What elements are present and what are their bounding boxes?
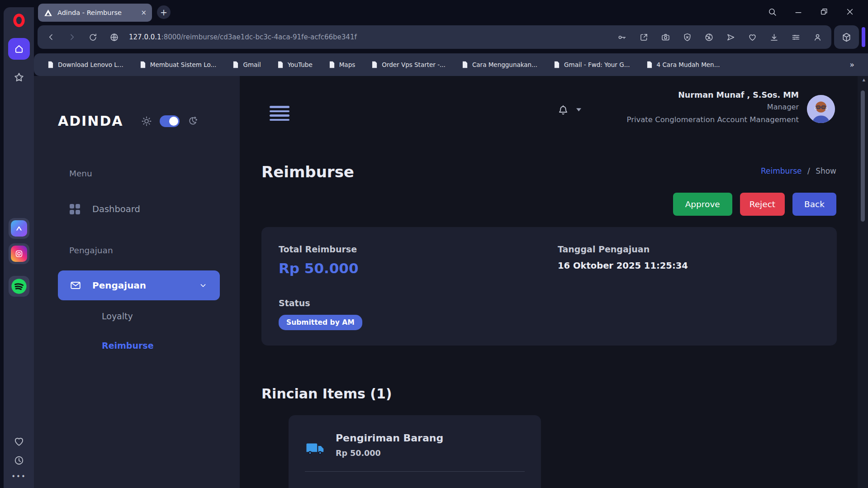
home-icon[interactable] bbox=[8, 38, 30, 60]
page-icon bbox=[554, 61, 560, 68]
summary-right-column: Tanggal Pengajuan 16 Oktober 2025 11:25:… bbox=[558, 244, 688, 271]
reject-button[interactable]: Reject bbox=[740, 193, 785, 216]
bookmark-item[interactable]: YouTube bbox=[277, 61, 313, 68]
bookmark-item[interactable]: Order Vps Starter -... bbox=[371, 61, 446, 68]
breadcrumb-separator: / bbox=[807, 166, 810, 175]
browser-side-rail: ••• bbox=[0, 0, 34, 488]
bookmark-label: Maps bbox=[339, 61, 356, 68]
bookmark-item[interactable]: Gmail bbox=[232, 61, 261, 68]
rail-heart-icon[interactable] bbox=[13, 436, 25, 447]
new-tab-button[interactable]: + bbox=[157, 5, 171, 19]
bookmark-label: Gmail - Fwd: Your G... bbox=[564, 61, 630, 68]
bookmark-item[interactable]: 4 Cara Mudah Men... bbox=[646, 61, 720, 68]
page-icon bbox=[232, 61, 239, 68]
item-divider bbox=[305, 471, 525, 472]
bell-icon bbox=[556, 103, 570, 117]
user-info[interactable]: Nurman Munaf , S.Sos. MM Manager Private… bbox=[626, 90, 799, 124]
app-sidebar: ADINDA Menu Dashboard Pengajuan Pengajua… bbox=[34, 76, 240, 488]
pengajuan-section-label: Pengajuan bbox=[69, 246, 113, 255]
back-icon[interactable] bbox=[47, 33, 56, 42]
back-button[interactable]: Back bbox=[792, 193, 836, 216]
history-clock-icon[interactable] bbox=[13, 455, 25, 466]
profile-icon[interactable] bbox=[813, 33, 822, 42]
bookmark-item[interactable]: Maps bbox=[329, 61, 356, 68]
user-organization: Private Conglomeration Account Managemen… bbox=[626, 115, 799, 124]
site-globe-icon bbox=[109, 33, 119, 42]
pin-edit-icon[interactable] bbox=[639, 33, 649, 42]
bookmarks-star-icon[interactable] bbox=[13, 71, 25, 84]
sun-icon bbox=[141, 115, 152, 127]
scrollbar-thumb[interactable] bbox=[861, 90, 865, 222]
bookmark-item[interactable]: Gmail - Fwd: Your G... bbox=[554, 61, 630, 68]
avatar[interactable] bbox=[807, 95, 835, 123]
reload-icon[interactable] bbox=[88, 33, 98, 42]
address-bar[interactable]: 127.0.0.1:8000/reimburse/cd3ae1dc-bc3c-4… bbox=[38, 25, 831, 49]
adinda-logo: ADINDA bbox=[58, 113, 123, 129]
dashboard-grid-icon bbox=[70, 204, 80, 214]
rincian-items-heading: Rincian Items (1) bbox=[261, 386, 392, 402]
sidebar-item-pengajuan[interactable]: Pengajuan bbox=[58, 270, 220, 300]
item-card: Pengiriman Barang Rp 50.000 bbox=[289, 415, 541, 488]
send-icon[interactable] bbox=[726, 33, 735, 42]
approve-button[interactable]: Approve bbox=[673, 193, 732, 216]
item-amount: Rp 50.000 bbox=[336, 449, 443, 458]
dashboard-label: Dashboard bbox=[92, 204, 140, 214]
bookmark-label: YouTube bbox=[288, 61, 313, 68]
caret-down-icon bbox=[576, 108, 581, 112]
download-icon[interactable] bbox=[769, 33, 779, 42]
tab-close-icon[interactable]: × bbox=[141, 9, 147, 17]
cube-icon bbox=[841, 32, 852, 43]
breadcrumb-reimburse[interactable]: Reimburse bbox=[761, 166, 802, 175]
camera-icon[interactable] bbox=[661, 33, 670, 42]
theme-toggle-group bbox=[141, 115, 198, 127]
rail-overflow-icon[interactable]: ••• bbox=[11, 473, 26, 481]
pengajuan-label: Pengajuan bbox=[92, 280, 146, 291]
tanggal-pengajuan-value: 16 Oktober 2025 11:25:34 bbox=[558, 261, 688, 271]
close-icon[interactable] bbox=[845, 7, 854, 16]
window-controls bbox=[768, 0, 868, 24]
dark-mode-toggle[interactable] bbox=[160, 115, 180, 127]
sidebar-item-dashboard[interactable]: Dashboard bbox=[70, 204, 140, 214]
scrollbar-up-arrow[interactable]: ▲ bbox=[863, 78, 865, 82]
instagram-app-icon[interactable] bbox=[9, 243, 29, 264]
chevron-down-icon bbox=[198, 280, 208, 290]
user-role: Manager bbox=[626, 103, 799, 111]
settings-sliders-icon[interactable] bbox=[791, 33, 801, 42]
spotify-app-icon[interactable] bbox=[9, 276, 29, 297]
bookmark-item[interactable]: Membuat Sistem Lo... bbox=[140, 61, 217, 68]
favorite-heart-icon[interactable] bbox=[748, 33, 757, 42]
sidebar-item-loyalty[interactable]: Loyalty bbox=[102, 311, 133, 321]
item-row: Pengiriman Barang Rp 50.000 bbox=[305, 432, 525, 460]
bookmarks-overflow-icon[interactable]: » bbox=[850, 60, 854, 69]
forward-icon[interactable] bbox=[67, 33, 76, 42]
breadcrumb-show: Show bbox=[816, 166, 836, 175]
hamburger-menu-icon[interactable] bbox=[270, 106, 289, 121]
minimize-icon[interactable] bbox=[794, 7, 803, 16]
url-host: 127.0.0.1 bbox=[129, 33, 161, 41]
bookmark-label: Download Lenovo L... bbox=[58, 61, 123, 68]
status-label: Status bbox=[279, 298, 362, 308]
action-buttons: Approve Reject Back bbox=[673, 193, 836, 216]
address-bar-actions bbox=[617, 33, 822, 42]
tanggal-pengajuan-label: Tanggal Pengajuan bbox=[558, 244, 688, 254]
bookmark-item[interactable]: Download Lenovo L... bbox=[47, 61, 123, 68]
item-text: Pengiriman Barang Rp 50.000 bbox=[336, 432, 443, 458]
bookmark-label: 4 Cara Mudah Men... bbox=[657, 61, 720, 68]
aria-gradient-icon bbox=[11, 220, 27, 237]
aria-app-icon[interactable] bbox=[9, 218, 29, 239]
opera-logo-icon[interactable] bbox=[11, 13, 27, 28]
address-row: 127.0.0.1:8000/reimburse/cd3ae1dc-bc3c-4… bbox=[34, 24, 868, 51]
bookmark-item[interactable]: Cara Menggunakan... bbox=[462, 61, 537, 68]
url-text[interactable]: 127.0.0.1:8000/reimburse/cd3ae1dc-bc3c-4… bbox=[129, 33, 608, 41]
shield-block-icon[interactable] bbox=[683, 33, 692, 42]
moon-icon bbox=[187, 115, 198, 127]
password-key-icon[interactable] bbox=[617, 33, 627, 42]
web-page: ADINDA Menu Dashboard Pengajuan Pengajua… bbox=[34, 76, 868, 488]
sidebar-item-reimburse[interactable]: Reimburse bbox=[102, 341, 154, 351]
notifications[interactable] bbox=[556, 103, 581, 117]
extension-cube-button[interactable] bbox=[834, 25, 859, 49]
translate-globe-icon[interactable] bbox=[704, 33, 714, 42]
restore-window-icon[interactable] bbox=[820, 7, 829, 16]
search-icon[interactable] bbox=[768, 7, 777, 17]
tab-adinda[interactable]: Adinda - Reimburse × bbox=[38, 4, 152, 22]
